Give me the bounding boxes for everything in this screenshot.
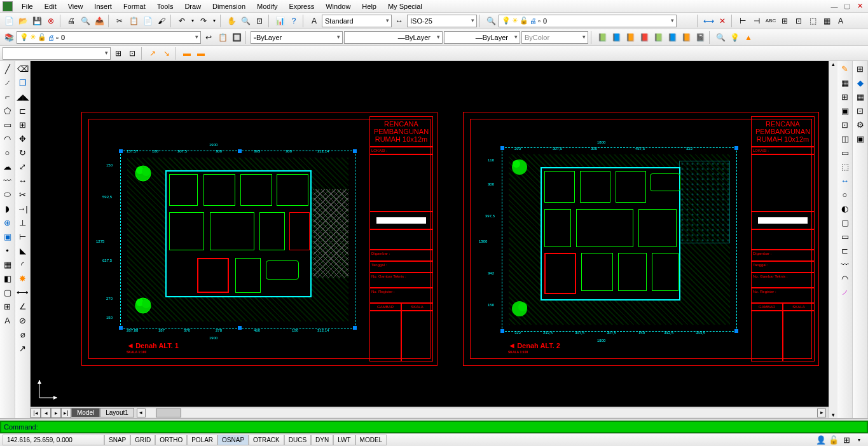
layer-prev-icon[interactable]: ↩ xyxy=(202,31,215,44)
command-line[interactable]: Command: xyxy=(0,421,868,433)
lineweight-combo[interactable]: — ByLayer▾ xyxy=(444,31,520,44)
rr1-icon[interactable]: ⊞ xyxy=(854,62,867,75)
plotstyle-combo[interactable]: ByColor▾ xyxy=(521,31,588,44)
linetype-combo[interactable]: — ByLayer▾ xyxy=(344,31,443,44)
rotate-icon[interactable]: ↻ xyxy=(17,146,29,159)
arc-icon[interactable]: ◠ xyxy=(1,132,14,145)
redo-icon[interactable]: ↷ xyxy=(197,15,210,27)
dim8-icon[interactable]: A xyxy=(834,15,847,27)
lay1-icon[interactable]: 📗 xyxy=(596,31,609,44)
stretch-icon[interactable]: ↔ xyxy=(17,174,29,187)
lay7-icon[interactable]: 📙 xyxy=(680,31,692,44)
menu-modify[interactable]: Modify xyxy=(252,1,282,11)
trim-icon[interactable]: ✂ xyxy=(17,188,29,201)
color-combo[interactable]: ▫ ByLayer▾ xyxy=(251,31,343,44)
redo-caret[interactable]: ▾ xyxy=(211,15,217,27)
drawing-canvas[interactable]: RENCANA PEMBANGUNAN RUMAH 10x12m LOKASI … xyxy=(31,61,829,407)
menu-edit[interactable]: Edit xyxy=(39,1,62,11)
region-icon[interactable]: ▢ xyxy=(1,286,14,299)
lay4-icon[interactable]: 📕 xyxy=(638,31,651,44)
open-icon[interactable]: 📂 xyxy=(17,15,29,27)
dim-cancel-icon[interactable]: ✕ xyxy=(716,15,729,27)
r14-icon[interactable]: ⊏ xyxy=(839,244,851,257)
toggle-model[interactable]: MODEL xyxy=(355,435,387,445)
hscroll-thumb[interactable] xyxy=(156,409,181,417)
paste-icon[interactable]: 📄 xyxy=(141,15,154,27)
toggle-ortho[interactable]: ORTHO xyxy=(155,435,187,445)
spline-icon[interactable]: 〰 xyxy=(1,174,14,187)
chamfer-icon[interactable]: ◣ xyxy=(17,244,29,257)
fillet-icon[interactable]: ◜ xyxy=(17,258,29,271)
lay2-icon[interactable]: 📘 xyxy=(610,31,623,44)
r17-icon[interactable]: ⟋ xyxy=(839,286,851,299)
layer-combo[interactable]: 💡☀🔓🖨▫ 0▾ xyxy=(17,31,201,44)
render-icon[interactable]: ▲ xyxy=(742,31,755,44)
leader-icon[interactable]: ↗ xyxy=(17,342,29,355)
lay8-icon[interactable]: 📓 xyxy=(694,31,706,44)
find-icon[interactable]: 🔍 xyxy=(485,15,497,27)
menu-insert[interactable]: Insert xyxy=(89,1,117,11)
toggle-grid[interactable]: GRID xyxy=(130,435,155,445)
rr4-icon[interactable]: ⊡ xyxy=(854,104,867,117)
close-button[interactable]: ✕ xyxy=(854,2,865,10)
gradient-icon[interactable]: ◧ xyxy=(1,272,14,285)
tab-layout1[interactable]: Layout1 xyxy=(100,408,134,417)
hscrollbar[interactable]: ◂ ▸ xyxy=(137,409,826,417)
r12-icon[interactable]: ▢ xyxy=(839,216,851,229)
revcloud-icon[interactable]: ☁ xyxy=(1,160,14,173)
toggle-otrack[interactable]: OTRACK xyxy=(249,435,284,445)
help-icon[interactable]: ? xyxy=(287,15,300,27)
lay3-icon[interactable]: 📙 xyxy=(624,31,637,44)
dim-ang-icon[interactable]: ∠ xyxy=(17,300,29,313)
dim5-icon[interactable]: ⊡ xyxy=(792,15,805,27)
r16-icon[interactable]: ◠ xyxy=(839,272,851,285)
tab-first-icon[interactable]: |◂ xyxy=(31,408,41,418)
undo-icon[interactable]: ↶ xyxy=(176,15,188,27)
rr6-icon[interactable]: ▣ xyxy=(854,132,867,145)
rr2-icon[interactable]: ◆ xyxy=(854,76,867,89)
toggle-polar[interactable]: POLAR xyxy=(187,435,217,445)
r5-icon[interactable]: ⊡ xyxy=(839,118,851,131)
rect-icon[interactable]: ▭ xyxy=(1,118,14,131)
print-icon[interactable]: 🖨 xyxy=(65,15,78,27)
mtext-icon[interactable]: A xyxy=(1,314,14,327)
close-icon[interactable]: ⊗ xyxy=(45,15,57,27)
menu-express[interactable]: Express xyxy=(284,1,319,11)
pan-icon[interactable]: ✋ xyxy=(225,15,238,27)
layer-manager-icon[interactable]: 📚 xyxy=(3,31,15,44)
tab-prev-icon[interactable]: ◂ xyxy=(41,408,51,418)
break-icon[interactable]: ⊥ xyxy=(17,216,29,229)
dim6-icon[interactable]: ⬚ xyxy=(806,15,819,27)
mirror-icon[interactable]: ◢◣ xyxy=(17,90,29,103)
new-icon[interactable]: 📄 xyxy=(3,15,15,27)
menu-dimension[interactable]: Dimension xyxy=(207,1,251,11)
menu-myspecial[interactable]: My Special xyxy=(383,1,427,11)
dim4-icon[interactable]: ⊞ xyxy=(778,15,791,27)
ext6-icon[interactable]: ▬ xyxy=(195,47,207,60)
zoom-in-icon[interactable]: 🔍 xyxy=(239,15,252,27)
minimize-button[interactable]: — xyxy=(829,3,840,10)
r13-icon[interactable]: ▭ xyxy=(839,230,851,243)
toggle-osnap[interactable]: OSNAP xyxy=(217,435,249,445)
erase-icon[interactable]: ⌫ xyxy=(17,62,29,75)
toggle-dyn[interactable]: DYN xyxy=(311,435,333,445)
dim3-icon[interactable]: ABC xyxy=(764,15,777,27)
tab-last-icon[interactable]: ▸| xyxy=(61,408,71,418)
ext1-icon[interactable]: ⊞ xyxy=(112,47,125,60)
copy-obj-icon[interactable]: ❐ xyxy=(17,76,29,89)
undo-caret[interactable]: ▾ xyxy=(189,15,196,27)
cut-icon[interactable]: ✂ xyxy=(113,15,126,27)
r6-icon[interactable]: ◫ xyxy=(839,132,851,145)
zoom-icon[interactable]: 🔍 xyxy=(714,31,727,44)
matchprop-icon[interactable]: 🖌 xyxy=(155,15,168,27)
ext5-icon[interactable]: ▬ xyxy=(181,47,193,60)
r10-icon[interactable]: ○ xyxy=(839,188,851,201)
layer-iso-icon[interactable]: 🔲 xyxy=(230,31,243,44)
insert-icon[interactable]: ⊕ xyxy=(1,216,14,229)
status-lock-icon[interactable]: 🔓 xyxy=(827,434,840,447)
menu-tools[interactable]: Tools xyxy=(152,1,179,11)
circle-icon[interactable]: ○ xyxy=(1,146,14,159)
move-icon[interactable]: ✥ xyxy=(17,132,29,145)
block-icon[interactable]: ▣ xyxy=(1,230,14,243)
preview-icon[interactable]: 🔍 xyxy=(79,15,92,27)
